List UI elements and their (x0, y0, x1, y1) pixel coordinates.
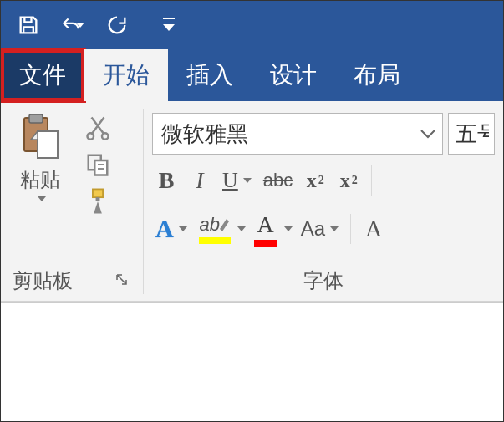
svg-rect-3 (38, 131, 58, 158)
tab-label: 开始 (103, 59, 150, 91)
strikethrough-button[interactable]: abc (260, 163, 296, 198)
tab-label: 布局 (354, 59, 400, 91)
save-button[interactable] (16, 13, 41, 38)
svg-point-4 (88, 133, 94, 140)
svg-rect-7 (94, 160, 107, 175)
copy-button[interactable] (83, 150, 113, 180)
mini-separator (350, 214, 351, 244)
redo-icon (105, 13, 129, 37)
tab-layout[interactable]: 布局 (335, 49, 419, 101)
superscript-button[interactable]: x2 (334, 163, 363, 198)
font-name-value: 微软雅黑 (161, 119, 248, 149)
svg-point-5 (102, 133, 109, 140)
italic-button[interactable]: I (186, 163, 214, 198)
tab-label: 文件 (19, 59, 66, 91)
paste-button[interactable]: 粘贴 (9, 113, 71, 216)
change-case-button[interactable]: Aa (298, 211, 342, 247)
dropdown-caret-icon (76, 19, 84, 31)
group-clipboard: 粘贴 (1, 101, 143, 301)
cut-icon (85, 114, 110, 141)
group-title-clipboard: 剪贴板 (13, 259, 73, 301)
copy-icon (85, 151, 110, 178)
tab-label: 设计 (270, 59, 317, 91)
svg-rect-2 (29, 114, 43, 123)
underline-dropdown[interactable] (243, 178, 252, 183)
clipboard-dialog-launcher[interactable] (113, 271, 131, 289)
tab-insert[interactable]: 插入 (168, 49, 252, 101)
format-painter-icon (85, 187, 110, 216)
highlight-button[interactable]: ab (196, 211, 234, 247)
group-title-font: 字体 (303, 259, 344, 301)
font-size-combo[interactable]: 五号 (448, 113, 495, 155)
tab-label: 插入 (186, 59, 233, 91)
ribbon-tabs: 文件 开始 插入 设计 布局 (1, 49, 503, 101)
font-size-value: 五号 (456, 119, 489, 149)
text-effects-button[interactable]: A (152, 211, 191, 247)
quick-access-toolbar (1, 1, 503, 49)
redo-button[interactable] (104, 13, 130, 38)
customize-qat-button[interactable] (156, 13, 181, 38)
font-name-combo[interactable]: 微软雅黑 (152, 113, 443, 155)
chevron-down-icon (419, 127, 437, 140)
save-icon (17, 13, 40, 37)
font-color-dropdown[interactable] (284, 226, 293, 231)
subscript-button[interactable]: x2 (301, 163, 329, 198)
change-case-dropdown[interactable] (330, 226, 339, 231)
svg-rect-11 (96, 197, 100, 201)
undo-dropdown[interactable] (74, 13, 86, 38)
tab-design[interactable]: 设计 (252, 49, 335, 101)
highlight-swatch (199, 237, 231, 244)
mini-separator (371, 165, 372, 196)
paste-label: 粘贴 (20, 166, 60, 193)
bold-button[interactable]: B (152, 163, 181, 198)
font-color-swatch (254, 240, 277, 247)
underline-button[interactable]: U (219, 163, 255, 198)
format-painter-button[interactable] (83, 186, 113, 216)
svg-rect-10 (93, 189, 103, 197)
clear-formatting-button[interactable]: A (359, 211, 388, 247)
group-font: 微软雅黑 五号 B I U abc x2 x2 (144, 101, 503, 301)
document-area[interactable] (1, 302, 503, 419)
customize-icon (161, 16, 176, 34)
svg-rect-0 (163, 18, 175, 19)
tab-home[interactable]: 开始 (84, 49, 168, 101)
tab-file[interactable]: 文件 (1, 49, 84, 101)
ribbon-home: 粘贴 (1, 101, 503, 302)
highlight-dropdown[interactable] (237, 226, 246, 231)
paste-dropdown[interactable] (34, 196, 46, 201)
paste-icon (19, 113, 61, 161)
text-effects-dropdown[interactable] (179, 226, 187, 231)
dialog-launcher-icon (115, 273, 129, 287)
font-color-button[interactable]: A (251, 211, 281, 247)
cut-button[interactable] (83, 113, 113, 143)
highlighter-icon (218, 217, 230, 232)
